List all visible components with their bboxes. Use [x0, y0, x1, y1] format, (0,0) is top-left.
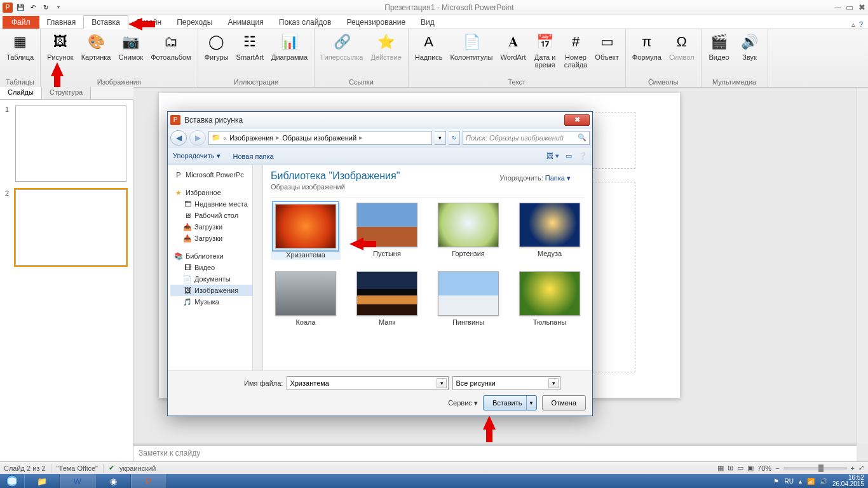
- filename-input[interactable]: Хризантема▾: [287, 376, 449, 390]
- tab-вставка[interactable]: Вставка: [83, 15, 128, 29]
- tab-вид[interactable]: Вид: [413, 16, 442, 29]
- slide-thumbnail[interactable]: 2: [0, 186, 133, 269]
- tree-node[interactable]: ★Избранное: [170, 187, 260, 198]
- zoom-fit-icon[interactable]: ⤢: [858, 464, 864, 472]
- qat-dropdown-icon[interactable]: ▾: [53, 3, 64, 13]
- new-folder-button[interactable]: Новая папка: [233, 152, 274, 160]
- ribbon-minimize-icon[interactable]: ▵: [851, 20, 855, 29]
- file-item[interactable]: Маяк: [352, 271, 422, 326]
- breadcrumb-bar[interactable]: 📁 « Изображения ▸ Образцы изображений ▸: [208, 131, 432, 145]
- file-item[interactable]: Хризантема: [271, 203, 341, 260]
- file-item[interactable]: Пустыня: [352, 203, 422, 260]
- organize-menu[interactable]: Упорядочить ▾: [173, 152, 220, 160]
- ribbon-smartart-button[interactable]: ☷SmartArt: [234, 30, 266, 77]
- ribbon-картинка-button[interactable]: 🎨Картинка: [79, 30, 114, 77]
- zoom-out-icon[interactable]: −: [775, 464, 779, 472]
- file-item[interactable]: Медуза: [515, 203, 585, 260]
- tray-date[interactable]: 26.04.2015: [832, 481, 864, 487]
- zoom-in-icon[interactable]: +: [851, 464, 855, 472]
- ribbon-wordart-button[interactable]: 𝐀WordArt: [498, 30, 529, 77]
- tree-node[interactable]: 🎞Видео: [170, 262, 260, 273]
- ribbon-фотоальбом-button[interactable]: 🗂Фотоальбом: [148, 30, 194, 77]
- save-icon[interactable]: 💾: [15, 3, 25, 13]
- ribbon-объект-button[interactable]: ▭Объект: [592, 30, 621, 77]
- slide-thumbnail[interactable]: 1: [0, 102, 133, 186]
- tree-node[interactable]: 🖼Изображения: [170, 285, 260, 296]
- filetype-filter[interactable]: Все рисунки▾: [452, 376, 560, 390]
- redo-icon[interactable]: ↻: [41, 3, 51, 13]
- tree-node[interactable]: 📄Документы: [170, 273, 260, 285]
- tray-volume-icon[interactable]: 🔊: [820, 478, 827, 485]
- taskbar-explorer[interactable]: 📁: [24, 474, 60, 488]
- tray-language[interactable]: RU: [784, 478, 793, 485]
- tab-анимация[interactable]: Анимация: [220, 16, 271, 29]
- tray-flag-icon[interactable]: ⚑: [773, 478, 779, 485]
- tree-node[interactable]: 🖥Рабочий стол: [170, 210, 260, 221]
- spellcheck-icon[interactable]: ✔: [109, 464, 114, 472]
- ribbon-формула-button[interactable]: πФормула: [630, 30, 664, 77]
- view-mode-button[interactable]: 🖼 ▾: [546, 152, 559, 160]
- breadcrumb-item[interactable]: Изображения: [229, 134, 273, 142]
- view-sorter-icon[interactable]: ⊞: [728, 464, 733, 472]
- tree-node[interactable]: 🎵Музыка: [170, 296, 260, 308]
- tray-network-icon[interactable]: 📶: [807, 478, 815, 485]
- tree-node[interactable]: 📥Загрузки: [170, 233, 260, 244]
- cancel-button[interactable]: Отмена: [542, 395, 586, 410]
- view-reading-icon[interactable]: ▭: [737, 464, 743, 472]
- ribbon-дата-и-время-button[interactable]: 📅Дата и время: [531, 30, 559, 77]
- vertical-scrollbar[interactable]: [857, 88, 868, 444]
- ribbon-видео-button[interactable]: 🎬Видео: [705, 30, 733, 77]
- zoom-slider[interactable]: [783, 467, 847, 470]
- preview-pane-button[interactable]: ▭: [566, 152, 572, 160]
- zoom-value[interactable]: 70%: [757, 464, 771, 472]
- breadcrumb-item[interactable]: Образцы изображений: [282, 134, 356, 142]
- taskbar-chrome[interactable]: ◉: [95, 474, 131, 488]
- ribbon-действие-button[interactable]: ⭐Действие: [368, 30, 403, 77]
- file-item[interactable]: Тюльпаны: [515, 271, 585, 326]
- tree-node[interactable]: 🗔Недавние места: [170, 198, 260, 210]
- help-icon[interactable]: ?: [859, 20, 863, 29]
- search-input[interactable]: Поиск: Образцы изображений 🔍: [463, 131, 590, 145]
- tree-node[interactable]: 📥Загрузки: [170, 221, 260, 233]
- ribbon-диаграмма-button[interactable]: 📊Диаграмма: [269, 30, 310, 77]
- ribbon-символ-button[interactable]: ΩСимвол: [667, 30, 697, 77]
- taskbar-word[interactable]: W: [60, 474, 95, 488]
- breadcrumb-dropdown[interactable]: ▾: [435, 131, 446, 145]
- status-language[interactable]: украинский: [119, 464, 156, 472]
- minimize-icon[interactable]: ─: [835, 3, 841, 12]
- tree-scrollbar[interactable]: [252, 165, 262, 370]
- tab-outline[interactable]: Структура: [42, 87, 91, 99]
- nav-forward-button[interactable]: ▶: [189, 130, 206, 146]
- refresh-button[interactable]: ↻: [449, 131, 460, 145]
- insert-button[interactable]: Вставить▼: [483, 395, 537, 410]
- tray-chevron-icon[interactable]: ▴: [799, 478, 802, 485]
- close-icon[interactable]: ✖: [858, 3, 865, 12]
- taskbar-powerpoint[interactable]: P: [131, 474, 166, 488]
- arrange-by[interactable]: Упорядочить: Папка ▾: [499, 174, 571, 182]
- dialog-close-button[interactable]: ✖: [564, 114, 590, 126]
- ribbon-гиперссылка-button[interactable]: 🔗Гиперссылка: [318, 30, 365, 77]
- tab-показ слайдов[interactable]: Показ слайдов: [271, 16, 339, 29]
- tab-главная[interactable]: Главная: [39, 16, 84, 29]
- notes-pane[interactable]: Заметки к слайду: [133, 444, 857, 461]
- file-item[interactable]: Гортензия: [433, 203, 503, 260]
- maximize-icon[interactable]: ▭: [846, 3, 853, 12]
- nav-back-button[interactable]: ◀: [170, 130, 187, 146]
- ribbon-надпись-button[interactable]: AНадпись: [412, 30, 445, 77]
- tree-node[interactable]: PMicrosoft PowerPc: [170, 169, 260, 180]
- start-button[interactable]: [0, 474, 24, 488]
- tree-node[interactable]: 📚Библиотеки: [170, 250, 260, 262]
- view-normal-icon[interactable]: ▦: [717, 464, 724, 472]
- ribbon-колонтитулы-button[interactable]: 📄Колонтитулы: [448, 30, 496, 77]
- tab-slides[interactable]: Слайды: [0, 87, 42, 99]
- tab-рецензирование[interactable]: Рецензирование: [339, 16, 413, 29]
- undo-icon[interactable]: ↶: [28, 3, 38, 13]
- ribbon-номер-слайда-button[interactable]: #Номер слайда: [562, 30, 590, 77]
- tab-переходы[interactable]: Переходы: [169, 16, 220, 29]
- ribbon-фигуры-button[interactable]: ◯Фигуры: [202, 30, 231, 77]
- ribbon-снимок-button[interactable]: 📷Снимок: [116, 30, 146, 77]
- ribbon-таблица-button[interactable]: ▦Таблица: [4, 30, 36, 77]
- tools-menu[interactable]: Сервис ▾: [448, 399, 478, 407]
- tab-file[interactable]: Файл: [3, 16, 39, 29]
- file-item[interactable]: Коала: [271, 271, 341, 326]
